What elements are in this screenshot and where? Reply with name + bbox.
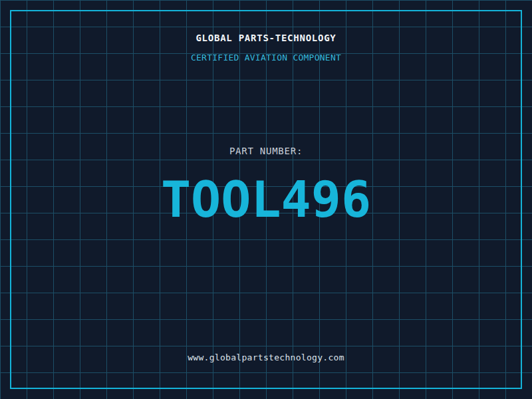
company-name: GLOBAL PARTS-TECHNOLOGY (0, 33, 532, 43)
website-url: www.globalpartstechnology.com (0, 353, 532, 362)
certification-tagline: CERTIFIED AVIATION COMPONENT (0, 53, 532, 62)
part-certificate-card: GLOBAL PARTS-TECHNOLOGY CERTIFIED AVIATI… (0, 0, 532, 399)
part-number-label: PART NUMBER: (0, 146, 532, 156)
part-number-value: TOOL496 (0, 175, 532, 225)
